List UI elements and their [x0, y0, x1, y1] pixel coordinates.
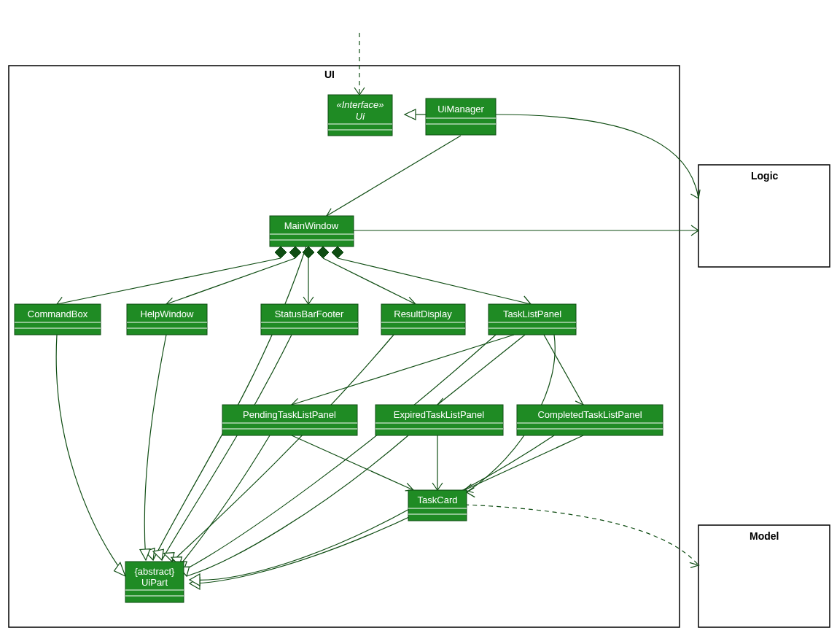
class-ui-interface: «Interface» Ui: [328, 95, 392, 136]
class-uipart-name: UiPart: [141, 577, 168, 588]
class-uipart: {abstract} UiPart: [125, 562, 184, 602]
edge-tasklistpanel-to-completed: [544, 335, 583, 411]
edge-pending-inherit-uipart: [171, 435, 270, 567]
svg-marker-1: [275, 247, 287, 258]
class-resultdisplay-name: ResultDisplay: [394, 309, 452, 319]
class-uimanager: UiManager: [426, 98, 496, 135]
class-statusbarfooter: StatusBarFooter: [261, 304, 358, 335]
edge-uimanager-to-mainwindow: [327, 136, 461, 220]
edge-tasklistpanel-inherit-uipart: [176, 335, 496, 570]
class-tasklistpanel-name: TaskListPanel: [503, 309, 561, 319]
class-ui-interface-name: Ui: [356, 111, 365, 122]
class-mainwindow-name: MainWindow: [284, 220, 339, 231]
edge-mainwindow-to-statusbar: [303, 247, 314, 304]
svg-marker-5: [332, 247, 343, 258]
class-uimanager-name: UiManager: [437, 104, 484, 115]
edge-mainwindow-to-resultdisplay: [317, 247, 416, 307]
edge-helpwindow-inherit-uipart: [140, 335, 166, 560]
class-ui-interface-stereotype: «Interface»: [336, 99, 384, 110]
edge-statusbar-inherit-uipart: [153, 335, 292, 562]
edge-tasklistpanel-to-pending: [292, 335, 514, 408]
edge-mainwindow-inherit-uipart: [145, 247, 306, 562]
edge-completed-to-taskcard: [464, 435, 583, 493]
uml-class-diagram: UI Logic Model: [0, 0, 837, 644]
class-taskcard-name: TaskCard: [418, 494, 458, 505]
svg-marker-4: [317, 247, 329, 258]
class-mainwindow: MainWindow: [270, 216, 354, 247]
class-expired-tasklistpanel: ExpiredTaskListPanel: [375, 405, 503, 435]
package-model-label: Model: [750, 530, 779, 542]
class-statusbarfooter-name: StatusBarFooter: [275, 309, 344, 319]
edge-pending-to-taskcard: [292, 435, 413, 493]
edge-taskcard-to-model: [464, 505, 698, 570]
svg-marker-2: [289, 247, 301, 258]
package-ui-border: [9, 66, 680, 627]
class-helpwindow-name: HelpWindow: [141, 309, 195, 319]
edge-commandbox-inherit-uipart: [56, 335, 125, 578]
edge-uimanager-to-logic: [496, 115, 703, 201]
edge-uimanager-realizes-ui: [405, 109, 426, 120]
edge-taskcard-inherit-uipart: [190, 507, 413, 586]
package-ui-label: UI: [324, 69, 335, 80]
class-resultdisplay: ResultDisplay: [381, 304, 465, 335]
edge-external-to-ui: [354, 33, 365, 95]
class-taskcard: TaskCard: [408, 490, 467, 521]
edge-mainwindow-to-commandbox: [57, 247, 287, 306]
class-uipart-stereotype: {abstract}: [135, 566, 176, 577]
class-helpwindow: HelpWindow: [127, 304, 207, 335]
edge-mainwindow-to-tasklistpanel: [332, 247, 531, 306]
edge-expired-inherit-uipart: [178, 435, 408, 576]
svg-marker-0: [405, 109, 416, 120]
edge-mainwindow-to-logic: [354, 225, 698, 236]
edge-expired-to-taskcard: [432, 435, 443, 490]
package-logic-label: Logic: [751, 170, 779, 182]
class-completed-tlp-name: CompletedTaskListPanel: [537, 409, 642, 420]
class-commandbox: CommandBox: [15, 304, 101, 335]
class-completed-tasklistpanel: CompletedTaskListPanel: [517, 405, 663, 435]
edge-completed-inherit-uipart: [190, 435, 554, 589]
class-pending-tlp-name: PendingTaskListPanel: [243, 409, 336, 420]
class-pending-tasklistpanel: PendingTaskListPanel: [222, 405, 357, 435]
class-commandbox-name: CommandBox: [28, 309, 88, 319]
edge-tasklistpanel-to-expired: [437, 335, 525, 411]
svg-marker-7: [112, 562, 125, 579]
class-expired-tlp-name: ExpiredTaskListPanel: [394, 409, 484, 420]
class-tasklistpanel: TaskListPanel: [488, 304, 576, 335]
